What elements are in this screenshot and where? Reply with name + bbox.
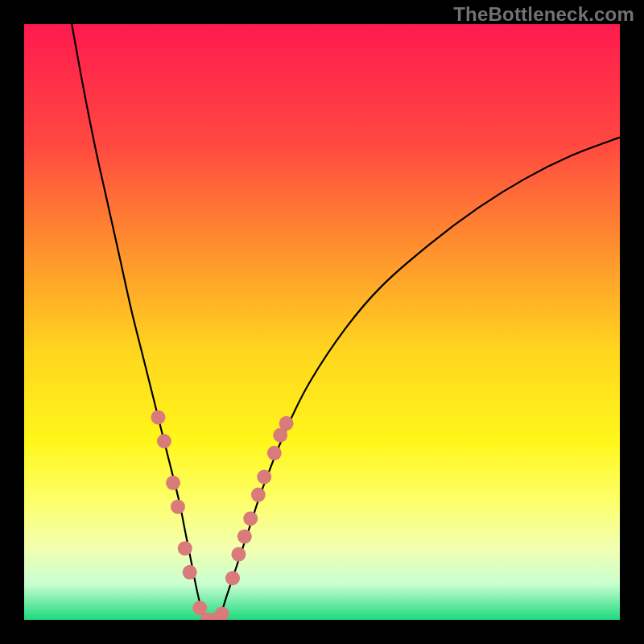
marker-dot (237, 529, 252, 543)
marker-dot (171, 499, 185, 514)
chart-background (24, 24, 620, 620)
marker-dot (243, 511, 258, 526)
chart-svg (24, 24, 620, 620)
marker-dot (231, 547, 246, 562)
marker-dot (166, 476, 180, 490)
watermark-text: TheBottleneck.com (453, 3, 634, 26)
marker-dot (151, 410, 166, 424)
marker-dot (257, 469, 271, 484)
marker-dot (251, 488, 266, 502)
marker-dot (279, 416, 294, 431)
marker-dot (157, 434, 171, 448)
marker-dot (178, 541, 192, 555)
plot-area (24, 24, 620, 620)
marker-dot (225, 571, 240, 585)
marker-dot (192, 601, 207, 615)
marker-dot (267, 446, 282, 460)
marker-dot (183, 565, 197, 580)
